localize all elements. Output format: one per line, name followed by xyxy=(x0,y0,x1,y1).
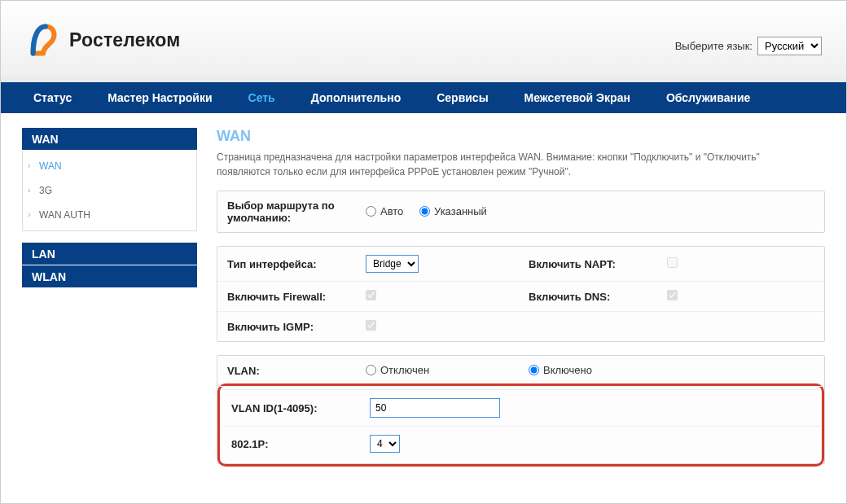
napt-label: Включить NAPT: xyxy=(519,247,657,282)
iface-type-select[interactable]: Bridge xyxy=(366,255,419,273)
content: WAN Страница предназначена для настройки… xyxy=(217,128,825,496)
igmp-checkbox[interactable] xyxy=(366,320,376,331)
page-title: WAN xyxy=(217,128,825,145)
nav-wizard[interactable]: Мастер Настройки xyxy=(90,82,230,113)
page-description: Страница предназначена для настройки пар… xyxy=(217,150,787,179)
nav-maintenance[interactable]: Обслуживание xyxy=(648,82,768,113)
vlan-id-input[interactable] xyxy=(370,398,500,418)
sidebar-item-3g[interactable]: 3G xyxy=(36,178,196,203)
vlan-panel: VLAN: Отключен Включено xyxy=(217,355,825,464)
route-specified-option[interactable]: Указанный xyxy=(419,205,487,217)
vlan-label: VLAN: xyxy=(217,356,356,387)
firewall-checkbox[interactable] xyxy=(366,290,376,300)
firewall-label: Включить Firewall: xyxy=(217,282,356,312)
vlan-highlight: VLAN ID(1-4095): 802.1P: 4 xyxy=(217,383,824,467)
vlan-on-option[interactable]: Включено xyxy=(529,364,592,376)
dns-checkbox[interactable] xyxy=(667,290,678,300)
nav-status[interactable]: Статус xyxy=(15,82,90,113)
brand-name: Ростелеком xyxy=(69,29,180,51)
sidebar-header-wlan[interactable]: WLAN xyxy=(22,265,197,288)
route-options: Авто Указанный xyxy=(356,191,824,232)
ear-icon xyxy=(25,22,61,58)
top-nav: Статус Мастер Настройки Сеть Дополнитель… xyxy=(1,82,846,113)
sidebar-header-wan[interactable]: WAN xyxy=(22,128,197,151)
language-select[interactable]: Русский xyxy=(757,37,822,55)
napt-checkbox[interactable] xyxy=(667,257,678,268)
language-label: Выберите язык: xyxy=(675,40,753,52)
route-auto-option[interactable]: Авто xyxy=(366,205,403,217)
sidebar: WAN WAN 3G WAN AUTH LAN WLAN xyxy=(22,128,197,496)
nav-advanced[interactable]: Дополнительно xyxy=(293,82,419,113)
sidebar-item-wan[interactable]: WAN xyxy=(36,154,196,178)
vlan-8021p-label: 802.1P: xyxy=(222,427,360,462)
nav-network[interactable]: Сеть xyxy=(230,82,293,113)
dns-label: Включить DNS: xyxy=(519,282,657,312)
vlan-8021p-select[interactable]: 4 xyxy=(370,435,400,453)
route-panel: Выбор маршрута по умолчанию: Авто Указан… xyxy=(217,191,825,233)
vlan-off-option[interactable]: Отключен xyxy=(366,364,429,376)
nav-services[interactable]: Сервисы xyxy=(419,82,506,113)
app-frame: Выберите язык: Русский Ростелеком Статус… xyxy=(0,0,847,504)
vlan-off-radio[interactable] xyxy=(366,365,376,375)
vlan-on-radio[interactable] xyxy=(529,365,539,375)
iface-type-label: Тип интерфейса: xyxy=(217,247,356,282)
header: Выберите язык: Русский Ростелеком xyxy=(1,1,846,82)
sidebar-wan-items: WAN 3G WAN AUTH xyxy=(22,151,197,231)
vlan-id-label: VLAN ID(1-4095): xyxy=(222,390,360,427)
sidebar-item-wanauth[interactable]: WAN AUTH xyxy=(36,203,196,227)
sidebar-header-lan[interactable]: LAN xyxy=(22,243,197,265)
body: WAN WAN 3G WAN AUTH LAN WLAN WAN Страниц… xyxy=(1,113,846,496)
interface-panel: Тип интерфейса: Bridge Включить NAPT: Вк… xyxy=(217,246,825,342)
route-specified-radio[interactable] xyxy=(419,206,430,217)
route-label: Выбор маршрута по умолчанию: xyxy=(217,191,356,232)
nav-firewall[interactable]: Межсетевой Экран xyxy=(507,82,648,113)
language-picker: Выберите язык: Русский xyxy=(675,37,822,55)
route-auto-radio[interactable] xyxy=(366,206,376,217)
igmp-label: Включить IGMP: xyxy=(217,312,356,342)
